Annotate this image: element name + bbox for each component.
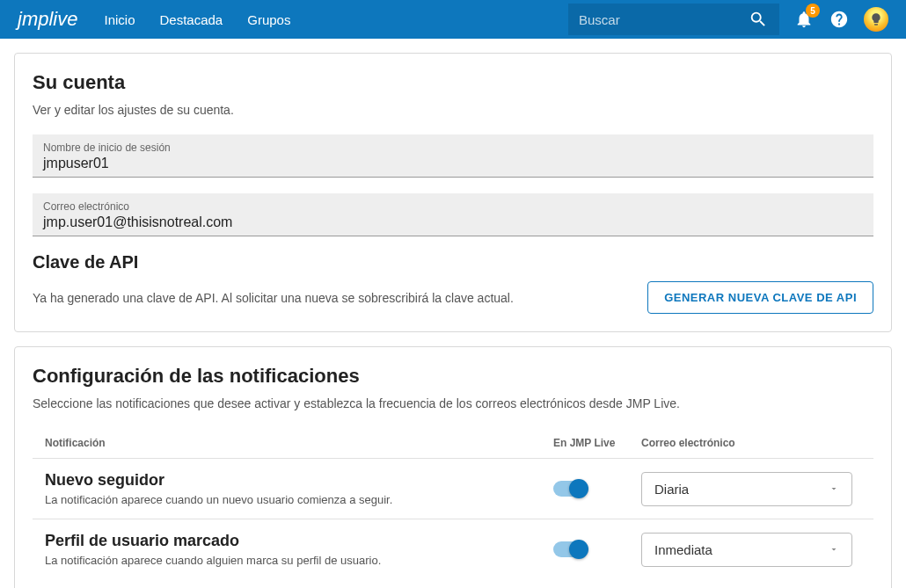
notifications-icon[interactable]: 5 [793,9,815,30]
help-icon[interactable] [829,9,850,30]
notifications-card: Configuración de las notificaciones Sele… [14,346,892,588]
notification-info: Nuevo seguidor La notificación aparece c… [45,471,553,506]
col-jmplive-header: En JMP Live [553,437,641,449]
email-label: Correo electrónico [43,200,863,213]
chevron-down-icon [829,544,839,555]
notification-row: Nuevo seguidor La notificación aparece c… [33,459,873,519]
api-title: Clave de API [33,252,873,272]
nav-featured[interactable]: Destacada [160,12,223,27]
toggle-knob [569,479,588,498]
select-value: Diaria [654,482,689,497]
notification-toggle-col [553,481,641,497]
select-value: Inmediata [654,542,712,557]
username-value: jmpuser01 [43,156,863,171]
notification-badge: 5 [806,4,820,18]
logo[interactable]: jmplive [18,8,77,31]
jmplive-toggle[interactable] [553,481,585,497]
account-subtitle: Ver y editar los ajustes de su cuenta. [33,103,873,117]
notification-info: Perfil de usuario marcado La notificació… [45,532,553,567]
email-field[interactable]: Correo electrónico jmp.user01@thisisnotr… [33,193,873,236]
col-email-header: Correo electrónico [641,437,861,449]
header-right: 5 [568,4,888,35]
notification-row: Perfil de usuario marcado La notificació… [33,519,873,579]
avatar[interactable] [864,7,888,32]
jmplive-toggle[interactable] [553,541,585,557]
email-frequency-select[interactable]: Inmediata [641,533,852,567]
notifications-title: Configuración de las notificaciones [33,365,873,388]
chevron-down-icon [829,483,839,494]
api-row: Ya ha generado una clave de API. Al soli… [33,281,873,314]
search-box [568,4,779,35]
generate-api-key-button[interactable]: GENERAR NUEVA CLAVE DE API [647,281,873,314]
notification-title: Nuevo seguidor [45,471,553,490]
notification-title: Perfil de usuario marcado [45,532,553,550]
nav-home[interactable]: Inicio [104,12,135,27]
col-notification-header: Notificación [45,437,553,449]
search-input[interactable] [579,12,748,27]
notifications-subtitle: Seleccione las notificaciones que desee … [33,396,873,410]
toggle-knob [569,540,588,559]
logo-live: live [48,8,77,31]
notification-desc: La notificación aparece cuando un nuevo … [45,493,553,506]
logo-jmp: jmp [18,8,48,31]
notifications-table-header: Notificación En JMP Live Correo electrón… [33,428,873,459]
notification-email-col: Diaria [641,472,861,506]
username-label: Nombre de inicio de sesión [43,142,863,154]
account-card: Su cuenta Ver y editar los ajustes de su… [14,53,892,332]
email-frequency-select[interactable]: Diaria [641,472,852,506]
nav-groups[interactable]: Grupos [247,12,290,27]
email-value: jmp.user01@thisisnotreal.com [43,214,863,230]
notification-email-col: Inmediata [641,533,861,567]
notification-toggle-col [553,541,641,557]
search-icon[interactable] [748,9,769,30]
account-title: Su cuenta [33,71,873,94]
app-header: jmplive Inicio Destacada Grupos 5 [0,0,906,39]
content: Su cuenta Ver y editar los ajustes de su… [0,39,906,588]
api-text: Ya ha generado una clave de API. Al soli… [33,291,514,305]
username-field[interactable]: Nombre de inicio de sesión jmpuser01 [33,134,873,178]
notification-desc: La notificación aparece cuando alguien m… [45,554,553,567]
nav-links: Inicio Destacada Grupos [104,12,290,27]
